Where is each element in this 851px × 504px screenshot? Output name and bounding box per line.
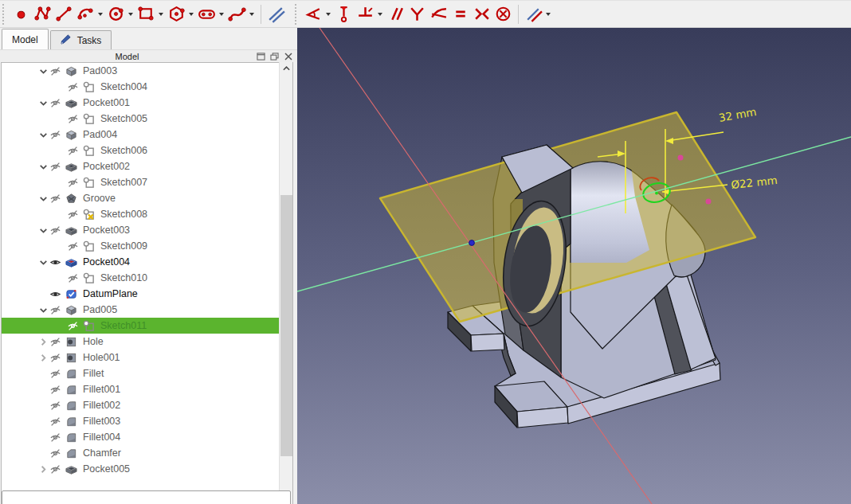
visibility-off-eye-icon[interactable] <box>49 224 64 236</box>
tree-item-sketch009[interactable]: Sketch009 <box>2 238 292 254</box>
visibility-off-eye-icon[interactable] <box>67 319 81 332</box>
visibility-off-eye-icon[interactable] <box>49 431 64 443</box>
expander-expanded-icon[interactable] <box>37 64 49 77</box>
constraint-distance-horizontal-button[interactable] <box>355 2 376 26</box>
constraint-symmetric-button[interactable] <box>471 2 492 26</box>
visibility-off-eye-icon[interactable] <box>49 351 64 364</box>
visibility-off-eye-icon[interactable] <box>67 144 81 157</box>
tree-item-pocket004[interactable]: Pocket004 <box>2 254 292 270</box>
expander-expanded-icon[interactable] <box>37 160 49 173</box>
geometry-construction-line-button[interactable] <box>265 2 287 26</box>
visibility-off-eye-icon[interactable] <box>49 64 64 77</box>
dropdown-arrow-icon[interactable] <box>128 13 133 16</box>
dropdown-arrow-icon[interactable] <box>159 13 163 16</box>
visibility-off-eye-icon[interactable] <box>67 240 81 252</box>
dropdown-arrow-icon[interactable] <box>546 13 551 16</box>
visibility-off-eye-icon[interactable] <box>49 192 64 205</box>
tree-item-sketch005[interactable]: Sketch005 <box>2 111 292 127</box>
visibility-off-eye-icon[interactable] <box>49 128 64 141</box>
tree-item-fillet004[interactable]: Fillet004 <box>2 429 292 445</box>
geometry-circle-button[interactable] <box>105 2 127 26</box>
tree-item-datumplane[interactable]: DatumPlane <box>2 286 292 302</box>
visibility-off-eye-icon[interactable] <box>49 415 64 428</box>
tree-item-fillet002[interactable]: Fillet002 <box>2 397 292 413</box>
visibility-off-eye-icon[interactable] <box>67 176 81 189</box>
tree-item-sketch004[interactable]: Sketch004 <box>2 79 292 95</box>
expander-expanded-icon[interactable] <box>37 303 49 316</box>
geometry-line-button[interactable] <box>53 2 75 26</box>
dropdown-arrow-icon[interactable] <box>326 13 331 16</box>
tree-item-sketch006[interactable]: Sketch006 <box>2 143 292 158</box>
visibility-on-eye-icon[interactable] <box>49 256 64 268</box>
visibility-off-eye-icon[interactable] <box>67 272 81 284</box>
panel-close-button[interactable] <box>281 51 295 62</box>
tree-scrollbar[interactable] <box>279 62 292 504</box>
expander-expanded-icon[interactable] <box>37 256 49 268</box>
constraint-toggle-construction-button[interactable] <box>523 2 544 26</box>
tree-item-pocket001[interactable]: Pocket001 <box>2 95 292 111</box>
scroll-up-icon[interactable] <box>280 62 293 75</box>
expander-expanded-icon[interactable] <box>37 128 49 141</box>
expander-expanded-icon[interactable] <box>37 192 49 205</box>
scrollbar-thumb[interactable] <box>280 195 292 456</box>
dropdown-arrow-icon[interactable] <box>249 13 254 16</box>
visibility-off-eye-icon[interactable] <box>49 463 64 475</box>
visibility-off-eye-icon[interactable] <box>67 112 81 125</box>
tree-item-sketch011[interactable]: Sketch011 <box>2 318 292 334</box>
expander-collapsed-icon[interactable] <box>37 335 49 348</box>
viewport-3d[interactable]: 32 mm Ø22 mm <box>297 28 851 504</box>
visibility-off-eye-icon[interactable] <box>49 335 64 348</box>
geometry-point-button[interactable] <box>10 2 32 26</box>
visibility-off-eye-icon[interactable] <box>49 160 64 173</box>
tree-item-sketch008[interactable]: Sketch008 <box>2 206 292 222</box>
dropdown-arrow-icon[interactable] <box>98 13 103 16</box>
expander-expanded-icon[interactable] <box>37 96 49 109</box>
tab-tasks[interactable]: Tasks <box>50 30 112 49</box>
constraint-distance-vertical-button[interactable] <box>333 2 355 26</box>
visibility-off-eye-icon[interactable] <box>67 80 81 93</box>
constraint-parallel-button[interactable] <box>385 2 406 26</box>
tree-item-pocket003[interactable]: Pocket003 <box>2 222 292 238</box>
sketch-point-marker[interactable] <box>706 199 712 205</box>
tree-item-pad004[interactable]: Pad004 <box>2 127 292 143</box>
geometry-bspline-button[interactable] <box>226 2 248 26</box>
tree-item-chamfer[interactable]: Chamfer <box>2 445 292 461</box>
visibility-off-eye-icon[interactable] <box>67 208 81 221</box>
constraint-perpendicular-button[interactable] <box>406 2 428 26</box>
tree-item-sketch007[interactable]: Sketch007 <box>2 174 292 190</box>
panel-float-button[interactable] <box>268 51 281 62</box>
tree-item-sketch010[interactable]: Sketch010 <box>2 270 292 286</box>
tree-item-fillet001[interactable]: Fillet001 <box>2 381 292 397</box>
tree-item-pad003[interactable]: Pad003 <box>2 63 292 79</box>
visibility-off-eye-icon[interactable] <box>49 447 64 459</box>
constraint-equal-button[interactable] <box>449 2 471 26</box>
geometry-slot-button[interactable] <box>196 2 218 26</box>
tree-item-pocket002[interactable]: Pocket002 <box>2 158 292 174</box>
expander-expanded-icon[interactable] <box>37 224 49 236</box>
constraint-tangent-button[interactable] <box>428 2 449 26</box>
dropdown-arrow-icon[interactable] <box>219 13 224 16</box>
dropdown-arrow-icon[interactable] <box>189 13 194 16</box>
constraint-dimension-angle-button[interactable] <box>303 2 324 26</box>
dropdown-arrow-icon[interactable] <box>378 13 382 16</box>
toolbar-grip[interactable] <box>2 4 7 25</box>
tree-item-pad005[interactable]: Pad005 <box>2 302 292 318</box>
geometry-rectangle-button[interactable] <box>135 2 157 26</box>
constraint-block-button[interactable] <box>492 2 514 26</box>
geometry-arc-button[interactable] <box>75 2 96 26</box>
tree-item-fillet[interactable]: Fillet <box>2 365 292 381</box>
toolbar-grip[interactable] <box>295 4 300 25</box>
expander-collapsed-icon[interactable] <box>37 463 49 475</box>
tree-item-hole001[interactable]: Hole001 <box>2 350 292 365</box>
origin-point[interactable] <box>469 240 475 246</box>
expander-collapsed-icon[interactable] <box>37 351 49 364</box>
visibility-off-eye-icon[interactable] <box>49 399 64 412</box>
tree-item-pocket005[interactable]: Pocket005 <box>2 461 292 477</box>
tab-model[interactable]: Model <box>2 29 49 49</box>
tree-item-hole[interactable]: Hole <box>2 334 292 350</box>
sketch-point-marker[interactable] <box>678 155 684 161</box>
visibility-on-eye-icon[interactable] <box>49 287 64 300</box>
tree-item-groove[interactable]: Groove <box>2 190 292 206</box>
visibility-off-eye-icon[interactable] <box>49 367 64 380</box>
geometry-polygon-button[interactable] <box>166 2 187 26</box>
